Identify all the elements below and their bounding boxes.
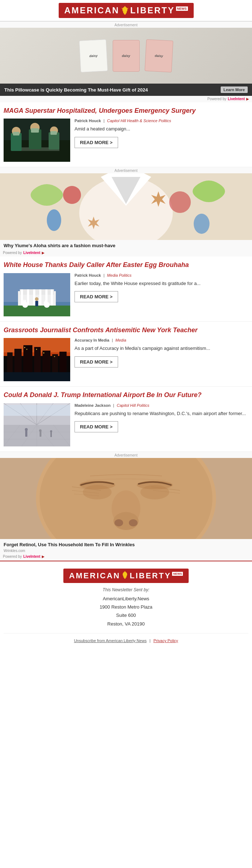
ad1-caption-bar[interactable]: This Pillowcase is Quickly Becoming The … xyxy=(0,84,252,96)
ad3-image[interactable] xyxy=(0,458,252,539)
footer-bell-icon xyxy=(122,571,128,580)
svg-point-104 xyxy=(140,485,169,499)
nyc-image-svg xyxy=(4,338,70,381)
article2-meta: Patrick Houck | Media Politics xyxy=(75,273,248,277)
article1-sep: | xyxy=(103,119,104,123)
article4-category: Capitol Hill Politics xyxy=(117,403,149,408)
article4-content: Madeleine Jackson | Capitol Hill Politic… xyxy=(75,403,248,446)
article1-read-more[interactable]: READ MORE > xyxy=(75,137,118,148)
article3-title[interactable]: Grassroots Journalist Confronts Antisemi… xyxy=(4,326,248,334)
svg-point-94 xyxy=(114,519,123,526)
svg-point-95 xyxy=(129,519,138,526)
article2-sep: | xyxy=(103,273,104,277)
svg-point-103 xyxy=(83,485,112,499)
ad2-arrow: ▶ xyxy=(42,251,45,255)
surgery-image-svg xyxy=(4,119,70,162)
svg-rect-17 xyxy=(50,131,57,135)
svg-rect-82 xyxy=(4,405,70,416)
article1-image[interactable] xyxy=(4,119,70,162)
svg-point-105 xyxy=(123,572,127,577)
article4-author: Madeleine Jackson xyxy=(75,403,111,408)
svg-point-2 xyxy=(124,13,126,15)
footer-logo-word2: LIBERTY xyxy=(130,571,171,580)
svg-rect-41 xyxy=(23,300,24,303)
article3-body: Accuracy In Media | Media As a part of A… xyxy=(4,338,248,381)
article2-author: Patrick Houck xyxy=(75,273,101,277)
footer-bell-svg xyxy=(122,571,128,579)
ad3-section: Advertisement xyxy=(0,452,252,561)
article3-meta: Accuracy In Media | Media xyxy=(75,338,248,342)
footer: AMERICAN LIBERTY NEWS This Newsletter Se… xyxy=(0,561,252,649)
ad1-caption-text: This Pillowcase is Quickly Becoming The … xyxy=(4,87,148,93)
article1-title[interactable]: MAGA Superstar Hospitalized, Undergoes E… xyxy=(4,107,248,115)
svg-rect-31 xyxy=(20,289,54,295)
logo[interactable]: AMERICAN LIBERTY NEWS xyxy=(59,3,194,18)
article3-category: Media xyxy=(116,338,126,342)
ad3-source: Wrinkles.com xyxy=(0,548,252,553)
whitehouse-image-svg xyxy=(4,273,70,316)
article3-excerpt: As a part of Accuracy in Media's campaig… xyxy=(75,345,248,352)
liveintent-logo-2: LiveIntent xyxy=(23,251,40,255)
article2-body: Patrick Houck | Media Politics Earlier t… xyxy=(4,273,248,316)
ad2-section: Advertisement Why Yiume's Aloha shirts a… xyxy=(0,167,252,257)
article2-title[interactable]: White House Thanks Daily Caller After Ea… xyxy=(4,261,248,269)
liveintent-logo-3: LiveIntent xyxy=(23,555,40,558)
article4-sep: | xyxy=(113,403,114,408)
svg-rect-46 xyxy=(46,300,48,303)
footer-unsubscribe[interactable]: Unsubscribe from American Liberty News xyxy=(74,638,147,643)
svg-rect-85 xyxy=(40,431,41,437)
footer-address-block: AmericanLiberty.News 1900 Reston Metro P… xyxy=(4,595,248,628)
article1-category: Capitol Hill Health & Science Politics xyxy=(107,119,171,123)
article4-body: Madeleine Jackson | Capitol Hill Politic… xyxy=(4,403,248,446)
pillow-box-2: daisy xyxy=(113,40,140,72)
svg-point-25 xyxy=(194,214,210,234)
svg-rect-83 xyxy=(25,430,27,437)
footer-newsletter-text: This Newsletter Sent by: xyxy=(4,587,248,592)
article1-excerpt: Amid a heated campaign... xyxy=(75,125,248,133)
ad3-label: Advertisement xyxy=(0,452,252,458)
article3-read-more[interactable]: READ MORE > xyxy=(75,356,118,368)
svg-rect-63 xyxy=(43,352,44,353)
pillow-box-3: daisy xyxy=(144,39,173,72)
article3-image[interactable] xyxy=(4,338,70,381)
logo-word1: AMERICAN xyxy=(64,5,120,15)
svg-rect-60 xyxy=(24,347,25,348)
footer-address-line3: Reston, VA 20190 xyxy=(4,620,248,628)
ad3-caption: Forget Retinol, Use This Household Item … xyxy=(0,539,252,548)
ad1-powered: Powered by LiveIntent ▶ xyxy=(0,96,252,102)
ad1-image[interactable]: daisy daisy daisy xyxy=(0,28,252,84)
ad3-powered: Powered by LiveIntent ▶ xyxy=(0,553,252,561)
ad2-powered-text: Powered by xyxy=(3,251,22,255)
ad1-learn-more[interactable]: Learn More xyxy=(221,86,248,93)
ad1-section: Advertisement daisy daisy daisy This Pil… xyxy=(0,22,252,102)
svg-rect-13 xyxy=(49,132,59,150)
article3-sep: | xyxy=(112,338,113,342)
article1-author: Patrick Houck xyxy=(75,119,101,123)
article1-body: Patrick Houck | Capitol Hill Health & Sc… xyxy=(4,119,248,162)
ad3-powered-text: Powered by xyxy=(3,555,22,558)
article3-content: Accuracy In Media | Media As a part of A… xyxy=(75,338,248,381)
ad2-image[interactable] xyxy=(0,173,252,240)
ad1-powered-text: Powered by xyxy=(207,97,226,101)
footer-logo-news: NEWS xyxy=(172,572,183,576)
svg-point-88 xyxy=(50,430,52,432)
airport-image-svg xyxy=(4,403,70,446)
article1: MAGA Superstar Hospitalized, Undergoes E… xyxy=(0,102,252,167)
footer-logo[interactable]: AMERICAN LIBERTY NEWS xyxy=(4,569,248,583)
article2-read-more[interactable]: READ MORE > xyxy=(75,291,118,302)
article4-title[interactable]: Could A Donald J. Trump International Ai… xyxy=(4,391,248,399)
ad3-arrow: ▶ xyxy=(42,555,45,558)
article1-content: Patrick Houck | Capitol Hill Health & Sc… xyxy=(75,119,248,162)
article2-image[interactable] xyxy=(4,273,70,316)
article4-image[interactable] xyxy=(4,403,70,446)
svg-point-22 xyxy=(63,186,81,204)
footer-logo-inner: AMERICAN LIBERTY NEWS xyxy=(63,569,189,583)
svg-rect-9 xyxy=(11,133,22,151)
article1-meta: Patrick Houck | Capitol Hill Health & Sc… xyxy=(75,119,248,123)
footer-site-name[interactable]: AmericanLiberty.News xyxy=(4,595,248,603)
article4-read-more[interactable]: READ MORE > xyxy=(75,421,118,432)
pillow-box-1: daisy xyxy=(79,39,108,72)
ad2-caption: Why Yiume's Aloha shirts are a fashion m… xyxy=(0,240,252,250)
footer-privacy-link[interactable]: Privacy Policy xyxy=(153,638,178,643)
svg-rect-16 xyxy=(31,128,39,133)
